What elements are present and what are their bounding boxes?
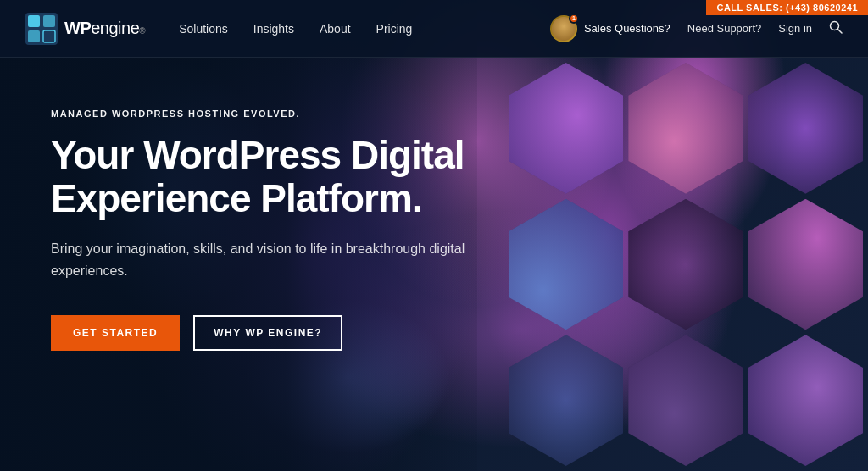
hex-cell-9 bbox=[748, 335, 863, 466]
hero-description: Bring your imagination, skills, and visi… bbox=[51, 238, 475, 281]
search-icon[interactable] bbox=[829, 20, 843, 37]
hex-cell-1 bbox=[509, 63, 623, 194]
sales-label: Sales Questions? bbox=[584, 22, 670, 35]
nav-about[interactable]: About bbox=[320, 22, 351, 36]
logo[interactable]: WP engine ® bbox=[25, 13, 145, 45]
top-bar-cta[interactable]: CALL SALES: (+43) 80620241 bbox=[706, 0, 868, 15]
nav-solutions[interactable]: Solutions bbox=[179, 22, 228, 36]
hero-content: MANAGED WORDPRESS HOSTING EVOLVED. Your … bbox=[0, 58, 509, 385]
support-link[interactable]: Need Support? bbox=[687, 22, 761, 35]
hex-cell-8 bbox=[628, 335, 743, 466]
nav-pricing[interactable]: Pricing bbox=[376, 22, 413, 36]
svg-line-6 bbox=[838, 29, 843, 33]
header-right: 1 Sales Questions? Need Support? Sign in bbox=[550, 15, 843, 42]
hex-cell-4 bbox=[509, 199, 623, 330]
logo-wp: WP bbox=[64, 19, 91, 38]
why-wp-engine-button[interactable]: WHY WP ENGINE? bbox=[193, 315, 342, 351]
avatar-wrap: 1 bbox=[550, 15, 577, 42]
hero-eyebrow: MANAGED WORDPRESS HOSTING EVOLVED. bbox=[51, 108, 483, 119]
hex-grid bbox=[504, 58, 868, 471]
notification-badge: 1 bbox=[569, 14, 579, 24]
hero-buttons: GET STARTED WHY WP ENGINE? bbox=[51, 315, 483, 351]
hex-cell-7 bbox=[509, 335, 623, 466]
signin-link[interactable]: Sign in bbox=[778, 22, 812, 35]
logo-text: WP engine ® bbox=[64, 19, 145, 38]
hex-cell-2 bbox=[628, 63, 743, 194]
hero-section: MANAGED WORDPRESS HOSTING EVOLVED. Your … bbox=[0, 0, 868, 471]
logo-engine: engine bbox=[91, 19, 139, 38]
svg-rect-3 bbox=[28, 30, 40, 42]
nav-insights[interactable]: Insights bbox=[253, 22, 294, 36]
hex-cell-6 bbox=[748, 199, 863, 330]
hex-cell-5 bbox=[628, 199, 743, 330]
svg-rect-4 bbox=[43, 30, 55, 42]
hero-title: Your WordPress Digital Experience Platfo… bbox=[51, 134, 483, 219]
main-nav: Solutions Insights About Pricing bbox=[179, 22, 412, 36]
sales-questions-button[interactable]: 1 Sales Questions? bbox=[550, 15, 670, 42]
get-started-button[interactable]: GET STARTED bbox=[51, 315, 180, 351]
hex-cell-3 bbox=[748, 63, 863, 194]
logo-icon bbox=[25, 13, 58, 45]
svg-rect-1 bbox=[28, 15, 40, 27]
svg-rect-2 bbox=[43, 15, 55, 27]
logo-reg: ® bbox=[139, 26, 145, 36]
